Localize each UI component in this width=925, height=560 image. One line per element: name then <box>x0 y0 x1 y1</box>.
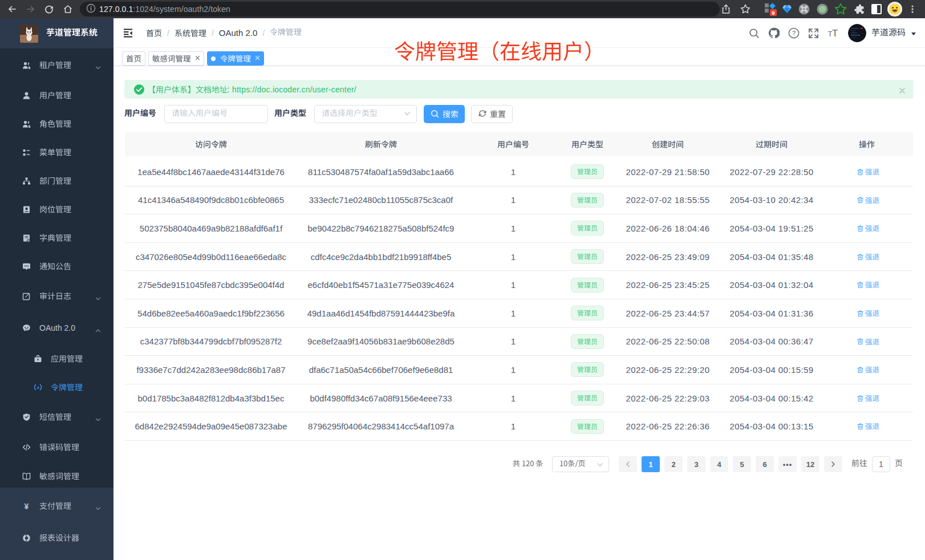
svg-text:a: a <box>36 384 39 389</box>
svg-text:?: ? <box>792 30 795 36</box>
svg-text:9: 9 <box>772 10 774 16</box>
svg-text:¥: ¥ <box>25 502 29 510</box>
svg-text:T: T <box>832 28 838 38</box>
